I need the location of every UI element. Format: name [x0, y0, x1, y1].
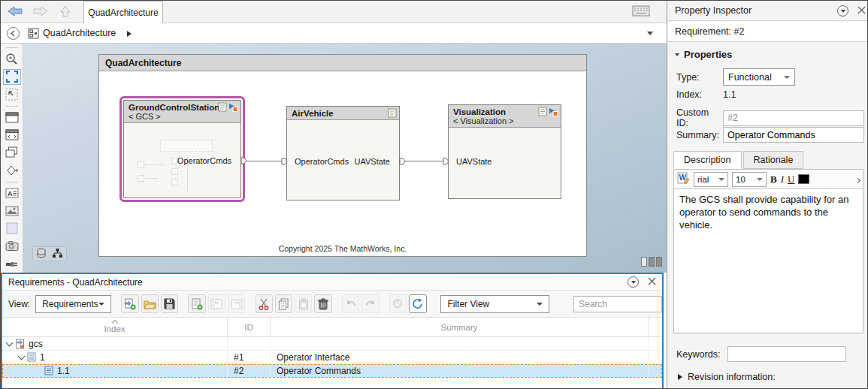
- type-dropdown[interactable]: Functional: [723, 68, 795, 86]
- component-icon[interactable]: [3, 110, 21, 126]
- column-header-summary[interactable]: Summary: [271, 318, 649, 336]
- document-badge-icon[interactable]: [218, 102, 227, 115]
- block-groundcontrolstation[interactable]: GroundControlStation < GCS > Operator: [123, 100, 241, 198]
- filter-view-dropdown[interactable]: Filter View: [440, 295, 549, 313]
- port-label-uavstate-in: UAVState: [456, 157, 492, 166]
- diagram-canvas[interactable]: QuadArchitecture Copyright 2025 The Math…: [23, 44, 667, 273]
- column-header-index[interactable]: Index: [2, 318, 228, 336]
- tool-palette: A: [1, 44, 23, 273]
- breadcrumb-back-icon[interactable]: [7, 27, 20, 40]
- connector-gcs-airvehicle[interactable]: [242, 161, 287, 161]
- zoom-in-icon[interactable]: [3, 51, 21, 68]
- splitter-grip[interactable]: [641, 257, 662, 267]
- annotation-icon[interactable]: A: [3, 185, 21, 202]
- port-label-operatorcmds-out: OperatorCmds: [177, 156, 231, 165]
- hierarchy-view-icon[interactable]: [52, 248, 63, 261]
- interface-editor-icon[interactable]: [36, 248, 47, 261]
- viewpoint-camera-icon[interactable]: [3, 238, 21, 255]
- add-requirement-button[interactable]: [188, 294, 205, 313]
- tab-rationale[interactable]: Rationale: [743, 151, 804, 169]
- close-icon[interactable]: [648, 277, 656, 288]
- connector-airvehicle-visualization[interactable]: [400, 161, 448, 161]
- duplicate-component-icon[interactable]: [3, 145, 21, 161]
- column-header-id[interactable]: ID: [228, 318, 271, 336]
- chevron-down-icon[interactable]: [647, 32, 653, 35]
- word-edit-icon[interactable]: W: [677, 172, 690, 186]
- row-summary-label: Operator Interface: [277, 352, 349, 363]
- chevron-down-icon: [98, 303, 104, 306]
- collapse-icon[interactable]: [6, 339, 14, 347]
- redo-button[interactable]: [361, 294, 379, 313]
- breadcrumb-expand-icon[interactable]: [127, 31, 132, 37]
- font-color-swatch[interactable]: [798, 174, 809, 184]
- table-row-gcs[interactable]: gcs: [2, 337, 662, 351]
- revision-information-section[interactable]: Revision information:: [678, 372, 776, 382]
- breadcrumb[interactable]: QuadArchitecture: [43, 28, 116, 38]
- promote-requirement-button[interactable]: [208, 294, 225, 313]
- font-family-value: rial: [697, 175, 709, 184]
- tab-description[interactable]: Description: [673, 151, 742, 169]
- app-window: QuadArchitecture QuadArchitecture A Quad…: [0, 0, 868, 389]
- collapse-icon[interactable]: [18, 353, 26, 360]
- panel-menu-icon[interactable]: [628, 276, 639, 288]
- demote-requirement-button[interactable]: [228, 294, 245, 313]
- custom-id-input[interactable]: [723, 110, 864, 126]
- verify-button[interactable]: [389, 294, 407, 313]
- table-row-1-1[interactable]: 1.1 #2 Operator Commands: [2, 364, 662, 378]
- paste-button[interactable]: [295, 294, 312, 313]
- view-dropdown[interactable]: Requirements: [35, 295, 111, 313]
- close-icon[interactable]: [857, 6, 866, 17]
- software-component-icon[interactable]: [3, 127, 21, 143]
- table-row-1[interactable]: 1 #1 Operator Interface: [2, 351, 662, 364]
- block-airvehicle[interactable]: AirVehicle OperatorCmds UAVState: [286, 106, 400, 201]
- requirement-link-badge-icon[interactable]: [548, 107, 558, 119]
- port-in-icon[interactable]: [443, 158, 449, 164]
- underline-button[interactable]: U: [788, 173, 794, 185]
- delete-button[interactable]: [314, 294, 331, 313]
- connector-icon[interactable]: [3, 162, 21, 179]
- summary-input[interactable]: [723, 127, 864, 143]
- bold-button[interactable]: B: [770, 173, 777, 185]
- save-button[interactable]: [161, 294, 178, 313]
- port-out-icon[interactable]: [399, 158, 405, 164]
- open-folder-button[interactable]: [141, 294, 159, 313]
- toolbar-overflow-icon[interactable]: [856, 175, 860, 184]
- area-icon[interactable]: [3, 221, 21, 237]
- interface-plug-icon[interactable]: [3, 256, 21, 273]
- up-button[interactable]: [56, 4, 75, 20]
- document-badge-icon[interactable]: [538, 107, 547, 119]
- panel-menu-icon[interactable]: [837, 5, 848, 17]
- column-header-spacer: [649, 318, 662, 336]
- font-family-dropdown[interactable]: rial: [694, 172, 728, 187]
- font-size-dropdown[interactable]: 10: [732, 172, 767, 187]
- back-button[interactable]: [5, 4, 25, 20]
- keywords-input[interactable]: [727, 346, 846, 362]
- undo-button[interactable]: [342, 294, 359, 313]
- tab-quadarchitecture[interactable]: QuadArchitecture: [83, 1, 163, 23]
- index-label: Index:: [676, 89, 723, 100]
- keyboard-icon[interactable]: [632, 5, 650, 19]
- document-badge-icon[interactable]: [388, 108, 397, 120]
- fit-to-view-icon[interactable]: [3, 69, 21, 86]
- refresh-button[interactable]: [409, 294, 426, 313]
- inspected-object-bar: Requirement: #2: [667, 22, 868, 42]
- port-in-icon[interactable]: [281, 158, 287, 164]
- zoom-selection-icon[interactable]: [3, 86, 21, 103]
- cut-button[interactable]: [256, 294, 273, 313]
- view-label: View:: [8, 299, 30, 309]
- copy-button[interactable]: [275, 294, 292, 313]
- italic-button[interactable]: I: [781, 173, 784, 185]
- search-input[interactable]: [573, 296, 662, 312]
- import-requirements-button[interactable]: [121, 294, 138, 313]
- block-visualization[interactable]: Visualization < Visualization > UAVState: [448, 104, 561, 199]
- description-textarea[interactable]: The GCS shall provide capability for an …: [673, 189, 863, 333]
- requirement-link-badge-icon[interactable]: [228, 102, 238, 115]
- row-index-label: gcs: [29, 339, 43, 349]
- properties-section-header[interactable]: Properties: [675, 49, 732, 60]
- row-summary-label: Operator Commands: [277, 366, 361, 376]
- row-index-label: 1.1: [57, 366, 70, 376]
- port-out-icon[interactable]: [240, 157, 246, 164]
- forward-button[interactable]: [31, 4, 50, 20]
- tab-label: QuadArchitecture: [88, 8, 158, 18]
- image-icon[interactable]: [3, 203, 21, 219]
